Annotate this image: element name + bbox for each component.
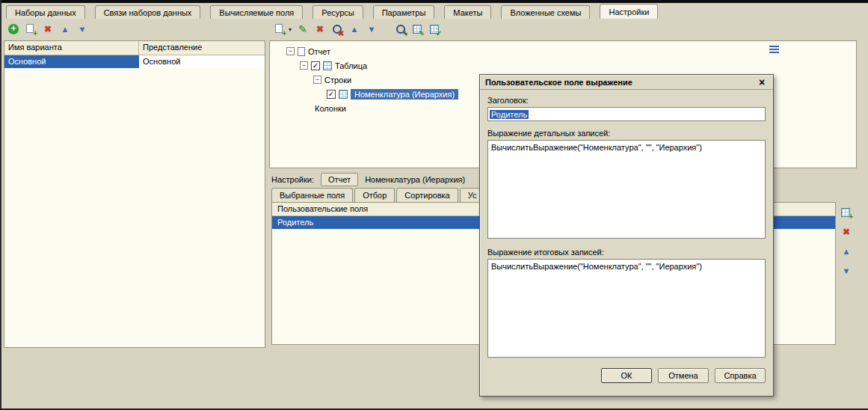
add-element-button[interactable]: +: [274, 23, 286, 35]
total-expression-label: Выражение итоговых записей:: [487, 248, 766, 257]
collapse-expander-icon[interactable]: −: [300, 61, 308, 70]
group-checkbox[interactable]: ✓: [327, 90, 336, 99]
move-field-up-button[interactable]: ▲: [840, 245, 852, 257]
delete-variant-button[interactable]: ✖: [42, 23, 54, 35]
edit-element-button[interactable]: ✎: [297, 23, 309, 35]
delete-field-button[interactable]: ✖: [840, 226, 852, 238]
tab-nested-schemas[interactable]: Вложенные схемы: [501, 5, 590, 19]
pencil-badge-icon: ✎: [419, 29, 425, 37]
tab-sorting[interactable]: Сортировка: [396, 188, 458, 202]
tree-item-label[interactable]: Таблица: [335, 61, 367, 70]
tab-templates[interactable]: Макеты: [444, 5, 491, 19]
variants-table-header: Имя варианта Представление: [4, 41, 265, 55]
variant-row[interactable]: Основной Основной: [4, 55, 265, 68]
help-button[interactable]: Справка: [715, 368, 766, 383]
list-settings-icon[interactable]: [769, 46, 779, 53]
delete-badge-icon: ✖: [338, 29, 344, 37]
collapse-expander-icon[interactable]: −: [286, 47, 295, 55]
dialog-buttons: ОК Отмена Справка: [487, 368, 766, 383]
title-field-label: Заголовок:: [487, 96, 766, 105]
settings-label: Настройки:: [271, 175, 314, 184]
report-designer-window: Наборы данных Связи наборов данных Вычис…: [0, 0, 868, 410]
move-element-down-button[interactable]: ▼: [366, 23, 378, 35]
column-header-variant-name[interactable]: Имя варианта: [4, 41, 139, 55]
settings-path-label[interactable]: Номенклатура (Иерархия): [365, 175, 465, 184]
plus-badge-icon: +: [33, 29, 37, 37]
move-field-down-button[interactable]: ▼: [840, 265, 852, 277]
window-edge-top: [0, 0, 868, 3]
settings-report-button[interactable]: Отчет: [321, 173, 358, 186]
tab-parameters[interactable]: Параметры: [373, 5, 435, 19]
check-badge-icon: ✓: [436, 29, 442, 37]
dialog-body: Заголовок: Родитель Выражение детальных …: [480, 90, 773, 389]
window-edge-left: [0, 0, 1, 410]
delete-element-button[interactable]: ✖: [314, 23, 326, 35]
tab-calculated-fields[interactable]: Вычисляемые поля: [210, 5, 303, 19]
settings-bar: Настройки: Отчет Номенклатура (Иерархия): [271, 172, 465, 187]
move-variant-up-button[interactable]: ▲: [59, 23, 71, 35]
move-variant-down-button[interactable]: ▼: [76, 23, 88, 35]
variant-name-cell[interactable]: Основной: [4, 55, 139, 68]
table-icon: [323, 61, 332, 70]
table-check-button[interactable]: ✓: [429, 23, 441, 35]
column-header-presentation[interactable]: Представление: [139, 41, 265, 55]
tab-filter[interactable]: Отбор: [354, 188, 395, 202]
variants-table: Имя варианта Представление Основной Осно…: [4, 40, 265, 348]
copy-variant-button[interactable]: +: [25, 23, 37, 35]
detail-expression-textarea[interactable]: ВычислитьВыражение("Номенклатура", "", "…: [487, 140, 766, 239]
plus-badge-icon: +: [849, 212, 853, 221]
report-doc-icon: [298, 47, 305, 56]
plus-badge-icon: +: [403, 29, 407, 37]
tab-selected-fields[interactable]: Выбранные поля: [271, 188, 353, 202]
add-variant-button[interactable]: +: [7, 23, 19, 35]
title-input[interactable]: Родитель: [487, 107, 766, 121]
variant-presentation-cell[interactable]: Основной: [139, 55, 265, 68]
tab-data-set-links[interactable]: Связи наборов данных: [95, 5, 201, 19]
user-field-expression-dialog: Пользовательское поле выражение × Заголо…: [479, 74, 774, 397]
tree-item-table[interactable]: − ✓ Таблица: [270, 58, 856, 73]
check-element-button[interactable]: ✖: [331, 23, 343, 35]
dialog-title-bar[interactable]: Пользовательское поле выражение ×: [480, 75, 773, 90]
magnifier-plus-button[interactable]: +: [395, 23, 407, 35]
tree-item-report[interactable]: − Отчет: [270, 44, 856, 58]
dialog-title: Пользовательское поле выражение: [485, 78, 632, 87]
custom-fields-toolbar: + ✖ ▲ ▼: [840, 206, 852, 277]
tree-item-label[interactable]: Строки: [324, 76, 351, 85]
ok-button[interactable]: ОК: [601, 368, 652, 383]
settings-tabbar: Выбранные поля Отбор Сортировка Ус: [271, 188, 485, 202]
move-element-up-button[interactable]: ▲: [348, 23, 360, 35]
structure-toolbar: + ▾ ✎ ✖ ✖ ▲ ▼ + ✎ ✓: [274, 23, 441, 35]
tab-resources[interactable]: Ресурсы: [313, 5, 363, 19]
add-dropdown-arrow-icon[interactable]: ▾: [289, 26, 292, 33]
title-input-selected-text: Родитель: [490, 110, 529, 119]
tree-item-label[interactable]: Колонки: [315, 104, 346, 113]
plus-badge-icon: +: [282, 29, 286, 37]
add-field-button[interactable]: +: [840, 206, 852, 218]
collapse-expander-icon[interactable]: −: [313, 76, 321, 84]
table-checkbox[interactable]: ✓: [311, 61, 320, 70]
tree-item-label[interactable]: Отчет: [308, 47, 330, 56]
close-icon[interactable]: ×: [756, 76, 768, 88]
cancel-button[interactable]: Отмена: [658, 368, 709, 383]
plus-icon: +: [8, 24, 19, 34]
group-icon: [339, 90, 348, 99]
tree-item-label-selected[interactable]: Номенклатура (Иерархия): [351, 89, 458, 100]
tab-data-sets[interactable]: Наборы данных: [6, 5, 85, 19]
detail-expression-label: Выражение детальных записей:: [487, 129, 766, 138]
tab-settings[interactable]: Настройки: [600, 4, 658, 19]
main-tabbar: Наборы данных Связи наборов данных Вычис…: [6, 4, 658, 19]
table-edit-button[interactable]: ✎: [412, 23, 424, 35]
variants-toolbar: + + ✖ ▲ ▼: [7, 23, 88, 35]
total-expression-textarea[interactable]: ВычислитьВыражение("Номенклатура", "", "…: [487, 259, 766, 358]
